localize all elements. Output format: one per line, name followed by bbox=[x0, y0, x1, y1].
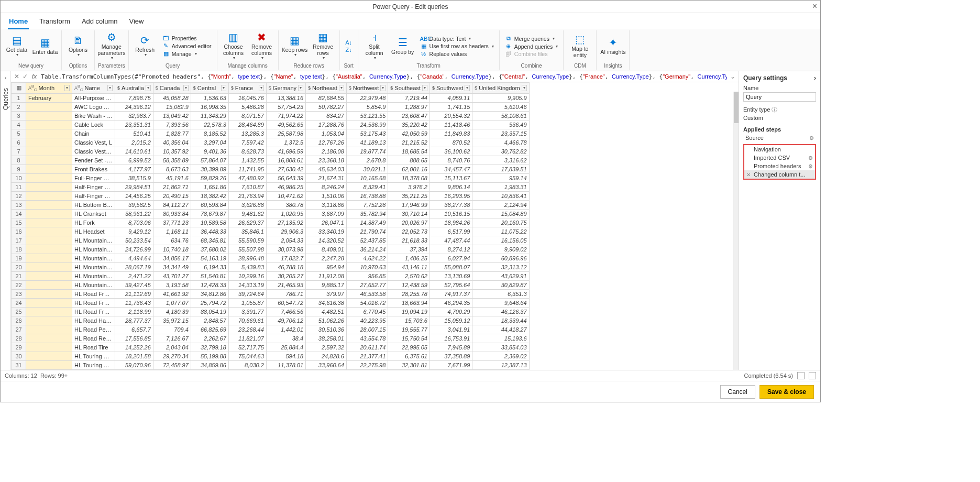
formula-text[interactable]: Table.TransformColumnTypes(#"Promoted he… bbox=[41, 73, 727, 80]
cell-value[interactable]: 44,418.27 bbox=[472, 325, 529, 334]
options-button[interactable]: 🗎Options bbox=[65, 31, 91, 61]
table-row[interactable]: 3Bike Wash - Dis...32,983.713,049.4211,3… bbox=[12, 111, 530, 120]
cell-value[interactable]: 5,610.46 bbox=[472, 102, 529, 111]
cell-value[interactable]: 16,808.61 bbox=[266, 156, 305, 165]
vertical-scrollbar[interactable] bbox=[733, 92, 739, 370]
table-row[interactable]: 6Classic Vest, L2,015.240,356.043,297.04… bbox=[12, 138, 530, 147]
cell-value[interactable]: 35,211.25 bbox=[388, 191, 430, 200]
table-row[interactable]: 8Fender Set - M...6,999.5258,358.8957,86… bbox=[12, 156, 530, 165]
cell-value[interactable]: 2,369.02 bbox=[472, 352, 529, 360]
cell-value[interactable]: 28,777.37 bbox=[115, 316, 153, 325]
cell-value[interactable]: 47,487.44 bbox=[430, 236, 472, 245]
cell-month[interactable] bbox=[26, 316, 72, 325]
row-number[interactable]: 28 bbox=[12, 334, 26, 343]
row-number[interactable]: 22 bbox=[12, 280, 26, 289]
row-number[interactable]: 27 bbox=[12, 325, 26, 334]
view-mode-2-icon[interactable] bbox=[809, 372, 816, 379]
cell-value[interactable]: 2,471.22 bbox=[115, 271, 153, 280]
cell-value[interactable]: 3,118.86 bbox=[306, 200, 347, 209]
cell-name[interactable]: HL Mountain Fr... bbox=[72, 236, 115, 245]
cell-value[interactable]: 60,593.84 bbox=[191, 200, 228, 209]
cell-value[interactable]: 4,700.29 bbox=[430, 307, 472, 316]
cell-value[interactable]: 20,160.75 bbox=[472, 218, 529, 227]
cell-value[interactable]: 30,073.98 bbox=[266, 245, 305, 254]
cell-name[interactable]: HL Road Pedal bbox=[72, 325, 115, 334]
cell-value[interactable]: 34,812.86 bbox=[191, 289, 228, 298]
cell-value[interactable]: 35,972.15 bbox=[153, 316, 191, 325]
cell-value[interactable]: 3,976.2 bbox=[388, 182, 430, 191]
cell-value[interactable]: 45,058.28 bbox=[153, 93, 191, 102]
cell-value[interactable]: 25,794.72 bbox=[191, 298, 228, 307]
row-number[interactable]: 3 bbox=[12, 111, 26, 120]
view-mode-1-icon[interactable] bbox=[797, 372, 805, 379]
cell-value[interactable]: 26,047.1 bbox=[306, 218, 347, 227]
cell-value[interactable]: 2,124.94 bbox=[472, 200, 529, 209]
row-number[interactable]: 17 bbox=[12, 236, 26, 245]
append-queries-button[interactable]: ⊕Append queries bbox=[503, 42, 560, 50]
cell-value[interactable]: 55,590.59 bbox=[228, 236, 266, 245]
cell-value[interactable]: 1,372.5 bbox=[266, 138, 305, 147]
row-number[interactable]: 29 bbox=[12, 343, 26, 352]
cell-value[interactable]: 11,849.83 bbox=[430, 129, 472, 138]
cell-value[interactable]: 75,044.63 bbox=[228, 352, 266, 360]
cell-value[interactable]: 23,608.47 bbox=[388, 111, 430, 120]
cell-value[interactable]: 8,673.63 bbox=[153, 165, 191, 173]
cell-value[interactable]: 23,357.15 bbox=[472, 129, 529, 138]
table-row[interactable]: 18HL Mountain Fr...24,726.9910,740.1837,… bbox=[12, 245, 530, 254]
cell-value[interactable]: 4,494.64 bbox=[115, 254, 153, 262]
cell-value[interactable]: 18,663.94 bbox=[388, 298, 430, 307]
cell-value[interactable]: 22,052.73 bbox=[388, 227, 430, 236]
cell-name[interactable]: HL Bottom Brac... bbox=[72, 200, 115, 209]
row-number[interactable]: 16 bbox=[12, 227, 26, 236]
col-header-uk[interactable]: $United Kingdom▾ bbox=[472, 83, 529, 94]
row-number[interactable]: 24 bbox=[12, 298, 26, 307]
cell-month[interactable] bbox=[26, 352, 72, 360]
cell-month[interactable] bbox=[26, 298, 72, 307]
row-number[interactable]: 12 bbox=[12, 191, 26, 200]
cell-name[interactable]: HL Road Frame ... bbox=[72, 289, 115, 298]
row-number[interactable]: 13 bbox=[12, 200, 26, 209]
cell-name[interactable]: HL Headset bbox=[72, 227, 115, 236]
cell-value[interactable]: 4,059.11 bbox=[430, 93, 472, 102]
cell-month[interactable] bbox=[26, 120, 72, 129]
fx-icon[interactable]: fx bbox=[31, 73, 38, 80]
cell-value[interactable]: 10,299.16 bbox=[228, 271, 266, 280]
cell-value[interactable]: 26,629.37 bbox=[228, 218, 266, 227]
cell-name[interactable]: HL Touring Fra... bbox=[72, 352, 115, 360]
cell-value[interactable]: 40,223.95 bbox=[346, 316, 388, 325]
cell-value[interactable]: 30,021.1 bbox=[346, 165, 388, 173]
cell-value[interactable]: 53,121.55 bbox=[346, 111, 388, 120]
table-row[interactable]: 13HL Bottom Brac...39,582.584,112.2760,5… bbox=[12, 200, 530, 209]
col-header-germany[interactable]: $Germany▾ bbox=[266, 83, 305, 94]
save-close-button[interactable]: Save & close bbox=[759, 385, 814, 399]
cell-value[interactable]: 34,457.47 bbox=[430, 165, 472, 173]
cell-value[interactable]: 46,126.37 bbox=[472, 307, 529, 316]
close-icon[interactable]: × bbox=[812, 2, 817, 11]
cell-value[interactable]: 13,130.69 bbox=[430, 271, 472, 280]
enter-data-button[interactable]: ▦Enter data bbox=[32, 31, 58, 61]
cell-value[interactable]: 3,391.77 bbox=[228, 307, 266, 316]
cell-value[interactable]: 9,909.02 bbox=[472, 245, 529, 254]
advanced-editor-button[interactable]: ✎Advanced editor bbox=[160, 42, 214, 50]
cell-value[interactable]: 17,556.85 bbox=[115, 334, 153, 343]
cell-value[interactable]: 22,995.05 bbox=[388, 343, 430, 352]
info-icon[interactable]: ⓘ bbox=[772, 106, 777, 113]
cell-name[interactable]: Chain bbox=[72, 129, 115, 138]
cell-value[interactable]: 55,199.88 bbox=[191, 352, 228, 360]
cell-value[interactable]: 9,905.9 bbox=[472, 93, 529, 102]
cell-value[interactable]: 14,610.61 bbox=[115, 147, 153, 156]
cell-value[interactable]: 55,088.07 bbox=[430, 262, 472, 271]
cell-value[interactable]: 1,077.07 bbox=[153, 298, 191, 307]
cell-value[interactable]: 34,341.49 bbox=[153, 262, 191, 271]
cell-name[interactable]: HL Mountain Fr... bbox=[72, 262, 115, 271]
cell-value[interactable]: 21,790.74 bbox=[346, 227, 388, 236]
cell-value[interactable]: 18,984.26 bbox=[430, 218, 472, 227]
step-imported-csv[interactable]: Imported CSV⚙ bbox=[744, 154, 815, 162]
cell-value[interactable]: 19,877.74 bbox=[346, 147, 388, 156]
cell-value[interactable]: 786.71 bbox=[266, 289, 305, 298]
cell-value[interactable]: 30,205.27 bbox=[266, 271, 305, 280]
cell-value[interactable]: 22,578.3 bbox=[191, 120, 228, 129]
cell-value[interactable]: 28,255.78 bbox=[388, 289, 430, 298]
cell-value[interactable]: 23,368.18 bbox=[306, 156, 347, 165]
cell-value[interactable]: 52,717.75 bbox=[228, 343, 266, 352]
